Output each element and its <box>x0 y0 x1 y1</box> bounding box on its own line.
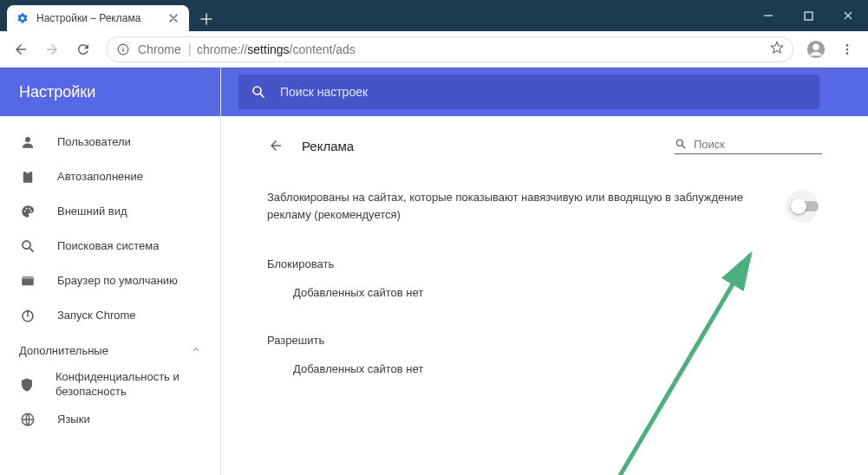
sidebar-item-label: Пользователи <box>57 135 131 150</box>
settings-search-input[interactable]: Поиск настроек <box>238 75 819 109</box>
window-close-button[interactable] <box>828 0 868 31</box>
sidebar-menu: Пользователи Автозаполнение Внешний вид … <box>0 116 220 437</box>
sidebar-advanced-toggle[interactable]: Дополнительные <box>0 333 220 368</box>
search-icon <box>19 238 36 255</box>
sidebar-section-label: Дополнительные <box>19 344 191 357</box>
browser-toolbar: Chrome | chrome://settings/content/ads <box>0 31 868 68</box>
browser-tab-title: Настройки – Реклама <box>36 12 166 24</box>
shield-icon <box>19 376 35 394</box>
svg-point-13 <box>26 208 28 210</box>
page-title: Реклама <box>302 139 657 153</box>
sidebar-item-label: Поисковая система <box>57 239 160 254</box>
bookmark-star-icon[interactable] <box>770 41 784 58</box>
person-icon <box>19 133 36 151</box>
page-header: Реклама Поиск <box>267 137 822 154</box>
svg-rect-3 <box>122 48 123 51</box>
page-search-input[interactable]: Поиск <box>675 138 822 154</box>
block-section-label: Блокировать <box>267 257 822 270</box>
ads-toggle[interactable] <box>789 190 822 223</box>
omnibox[interactable]: Chrome | chrome://settings/content/ads <box>106 36 793 62</box>
sidebar-item-label: Браузер по умолчанию <box>57 274 178 289</box>
reload-button[interactable] <box>69 36 97 63</box>
clipboard-icon <box>19 168 36 185</box>
svg-point-14 <box>29 208 30 210</box>
browser-menu-button[interactable] <box>833 36 861 63</box>
svg-point-2 <box>122 46 123 47</box>
back-button[interactable] <box>7 36 35 63</box>
profile-avatar-button[interactable] <box>802 36 830 63</box>
allow-section-label: Разрешить <box>267 334 822 347</box>
site-info-icon[interactable] <box>115 42 131 57</box>
globe-icon <box>19 411 36 428</box>
window-title-bar: Настройки – Реклама <box>0 0 868 31</box>
gear-icon <box>16 11 29 25</box>
ads-toggle-description: Заблокированы на сайтах, которые показыв… <box>267 189 779 223</box>
svg-point-6 <box>846 44 849 47</box>
settings-content: Настройки Пользователи Автозаполнение Вн… <box>0 68 868 475</box>
power-icon <box>19 307 36 324</box>
sidebar-item-label: Конфиденциальность и безопасность <box>55 370 201 400</box>
sidebar-item-languages[interactable]: Языки <box>0 402 220 437</box>
settings-page: Реклама Поиск Заблокированы на сайтах, к… <box>221 116 868 475</box>
palette-icon <box>19 203 36 220</box>
sidebar-item-label: Запуск Chrome <box>57 309 136 323</box>
settings-main: Поиск настроек Реклама Поиск Заблокиро <box>221 68 868 475</box>
ads-toggle-row: Заблокированы на сайтах, которые показыв… <box>267 189 822 223</box>
window-maximize-button[interactable] <box>788 0 828 31</box>
browser-tab-active[interactable]: Настройки – Реклама <box>7 5 189 31</box>
omnibox-separator: | <box>188 42 192 57</box>
sidebar-item-label: Автозаполнение <box>57 170 143 185</box>
svg-point-5 <box>813 43 819 49</box>
search-icon <box>251 84 266 100</box>
svg-point-8 <box>846 52 849 55</box>
svg-rect-10 <box>23 172 33 183</box>
svg-rect-11 <box>26 171 30 173</box>
settings-search-bar: Поиск настроек <box>221 68 868 116</box>
sidebar-item-autofill[interactable]: Автозаполнение <box>0 159 220 194</box>
svg-point-12 <box>24 211 26 212</box>
settings-search-placeholder: Поиск настроек <box>280 85 368 99</box>
browser-icon <box>19 272 36 290</box>
svg-point-7 <box>846 48 849 50</box>
sidebar-item-privacy[interactable]: Конфиденциальность и безопасность <box>0 368 220 402</box>
chevron-up-icon <box>191 344 201 357</box>
sidebar-item-startup[interactable]: Запуск Chrome <box>0 298 220 333</box>
forward-button[interactable] <box>38 36 66 63</box>
settings-sidebar: Настройки Пользователи Автозаполнение Вн… <box>0 68 221 475</box>
svg-rect-0 <box>805 12 813 20</box>
browser-tab-strip: Настройки – Реклама <box>0 0 748 31</box>
svg-point-9 <box>25 137 30 142</box>
sidebar-item-search[interactable]: Поисковая система <box>0 229 220 264</box>
block-empty-text: Добавленных сайтов нет <box>267 286 822 299</box>
page-search-placeholder: Поиск <box>694 138 725 151</box>
back-arrow-button[interactable] <box>267 137 284 154</box>
search-icon <box>675 138 687 150</box>
sidebar-item-default-browser[interactable]: Браузер по умолчанию <box>0 264 220 298</box>
sidebar-item-appearance[interactable]: Внешний вид <box>0 194 220 229</box>
allow-empty-text: Добавленных сайтов нет <box>267 362 822 375</box>
omnibox-url: chrome://settings/content/ads <box>197 42 356 56</box>
window-minimize-button[interactable] <box>748 0 788 31</box>
omnibox-host: Chrome <box>138 42 181 56</box>
settings-title: Настройки <box>0 68 220 116</box>
window-controls <box>748 0 868 31</box>
new-tab-button[interactable] <box>194 7 219 31</box>
svg-point-15 <box>30 210 32 211</box>
svg-rect-18 <box>22 277 34 279</box>
tab-close-icon[interactable] <box>166 11 180 25</box>
sidebar-item-users[interactable]: Пользователи <box>0 125 220 159</box>
sidebar-item-label: Внешний вид <box>57 205 127 219</box>
sidebar-item-label: Языки <box>57 413 90 427</box>
